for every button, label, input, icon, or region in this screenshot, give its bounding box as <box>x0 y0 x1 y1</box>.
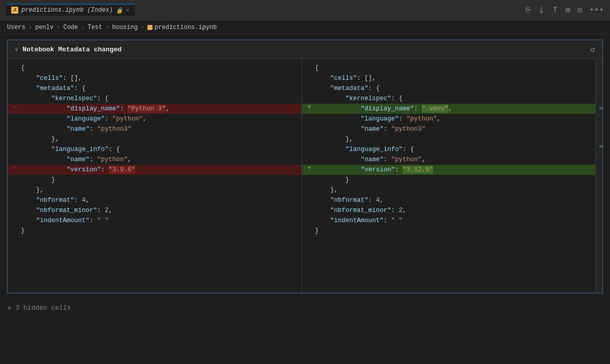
diff-line: + "display_name": ".venv", <box>302 104 596 114</box>
breadcrumb-users[interactable]: Users <box>7 24 25 31</box>
diff-line: "name": "python3" <box>302 124 596 134</box>
line-content: "nbformat_minor": 2, <box>21 205 297 216</box>
split-toolbar-icon[interactable]: ⊟ <box>577 5 583 15</box>
breadcrumb-test[interactable]: Test <box>87 24 102 31</box>
line-content: "nbformat_minor": 2, <box>315 205 592 216</box>
diff-line: "nbformat": 4, <box>302 195 596 205</box>
line-content: } <box>315 226 592 236</box>
line-gutter: + <box>306 165 313 172</box>
diff-line: } <box>8 226 301 236</box>
line-gutter <box>12 226 19 233</box>
line-content: "name": "python", <box>21 155 297 165</box>
diff-right-pane: { "cells": [], "metadata": { "kernelspec… <box>302 59 596 293</box>
diff-line: { <box>302 63 596 73</box>
line-gutter <box>12 144 19 151</box>
upload-toolbar-icon[interactable]: ⤒ <box>552 5 558 15</box>
line-content: "language_info": { <box>315 144 592 155</box>
line-content: "version": "3.9.6" <box>21 165 297 175</box>
diff-line: { <box>8 63 301 73</box>
diff-line: "language_info": { <box>302 144 596 155</box>
diff-line: }, <box>8 185 301 195</box>
line-content: "nbformat": 4, <box>315 195 592 205</box>
sep1: › <box>28 24 32 31</box>
snowflake-icon: ✳ <box>7 304 11 312</box>
breadcrumb-housing[interactable]: housing <box>112 24 137 31</box>
scrollbar-added-mark-2 <box>599 145 602 147</box>
line-content: { <box>21 63 297 73</box>
line-content: "name": "python3" <box>315 124 592 134</box>
diff-content[interactable]: { "cells": [], "metadata": { "kernelspec… <box>8 59 602 293</box>
breadcrumb: Users › penlv › Code › Test › housing › … <box>0 20 610 35</box>
diff-line: }, <box>8 134 301 144</box>
line-gutter <box>306 144 313 151</box>
diff-line: "language": "python", <box>302 114 596 124</box>
line-content: } <box>21 226 297 236</box>
line-content: "display_name": "Python 3", <box>21 104 297 114</box>
diff-line: "metadata": { <box>302 83 596 94</box>
line-gutter <box>306 63 313 70</box>
diff-line: "cells": [], <box>8 73 301 83</box>
line-gutter <box>306 94 313 101</box>
line-gutter: − <box>12 165 19 172</box>
tab-item[interactable]: J predictions.ipynb (Index) 🔒 × <box>6 4 135 16</box>
diff-line: "name": "python", <box>302 155 596 165</box>
line-gutter <box>306 83 313 90</box>
line-gutter <box>306 175 313 182</box>
line-content: "nbformat": 4, <box>21 195 297 205</box>
line-content: "indentAmount": " " <box>315 216 592 226</box>
diff-line: } <box>302 226 596 236</box>
line-gutter <box>12 216 19 223</box>
line-content: } <box>315 175 592 185</box>
line-content: "language": "python", <box>315 114 592 124</box>
line-content: "metadata": { <box>315 83 592 94</box>
line-content: } <box>21 175 297 185</box>
diff-line: "indentAmount": " " <box>302 216 596 226</box>
line-content: "name": "python", <box>315 155 592 165</box>
diff-line: }, <box>302 185 596 195</box>
line-gutter <box>12 63 19 70</box>
diff-line: } <box>8 175 301 185</box>
diff-line: }, <box>302 134 596 144</box>
line-content: { <box>315 63 592 73</box>
line-gutter <box>12 205 19 213</box>
toolbar: J predictions.ipynb (Index) 🔒 × ⎘ ⤓ ⤒ ⊞ … <box>0 0 610 20</box>
line-gutter <box>306 195 313 202</box>
lock-icon: 🔒 <box>116 7 123 14</box>
map-toolbar-icon[interactable]: ⊞ <box>565 5 570 15</box>
line-gutter <box>12 114 19 121</box>
line-gutter <box>12 195 19 202</box>
diff-left-pane: { "cells": [], "metadata": { "kernelspec… <box>8 59 301 293</box>
line-gutter: + <box>306 104 313 111</box>
close-icon[interactable]: × <box>126 7 130 13</box>
line-gutter <box>306 114 313 121</box>
collapse-icon[interactable]: ∨ <box>15 46 18 53</box>
diff-header: ∨ Notebook Metadata changed ↺ <box>8 40 602 59</box>
line-gutter <box>306 124 313 131</box>
line-content: "cells": [], <box>21 73 297 83</box>
download-toolbar-icon[interactable]: ⤓ <box>538 5 544 15</box>
more-toolbar-icon[interactable]: ••• <box>589 6 604 15</box>
breadcrumb-filename: predictions.ipynb <box>155 24 217 31</box>
line-gutter <box>12 185 19 192</box>
line-content: }, <box>21 134 297 144</box>
line-gutter <box>12 175 19 182</box>
refresh-icon[interactable]: ↺ <box>590 44 595 54</box>
line-content: "indentAmount": " " <box>21 216 297 226</box>
scrollbar-decoration <box>595 59 602 293</box>
line-content: "metadata": { <box>21 83 297 94</box>
diff-line: "indentAmount": " " <box>8 216 301 226</box>
breadcrumb-file: predictions.ipynb <box>147 24 217 31</box>
copy-toolbar-icon[interactable]: ⎘ <box>526 6 531 15</box>
hidden-cells-label: 3 hidden cells <box>15 304 71 312</box>
diff-title: Notebook Metadata changed <box>22 46 121 53</box>
diff-container: ∨ Notebook Metadata changed ↺ { "cells":… <box>7 40 603 293</box>
notebook-icon: J <box>11 7 18 14</box>
breadcrumb-penlv[interactable]: penlv <box>35 24 53 31</box>
line-gutter <box>306 185 313 192</box>
breadcrumb-code[interactable]: Code <box>63 24 78 31</box>
line-gutter <box>306 226 313 233</box>
diff-line: − "display_name": "Python 3", <box>8 104 301 114</box>
line-gutter <box>12 134 19 141</box>
line-content: }, <box>315 134 592 144</box>
diff-line: + "version": "3.12.5" <box>302 165 596 175</box>
